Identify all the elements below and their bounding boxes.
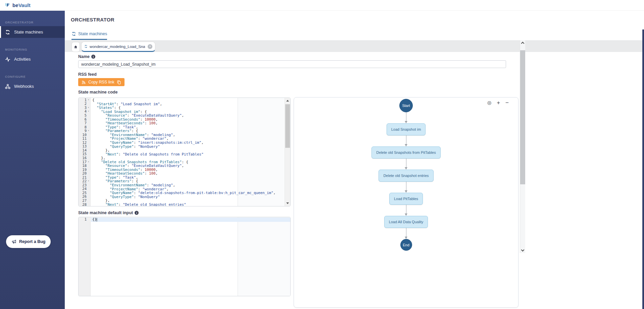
code-line: "QueryType": "NonQuery": [92, 195, 285, 199]
report-a-bug-button[interactable]: Report a Bug: [6, 235, 51, 248]
line-number: 22▾: [79, 179, 90, 183]
code-editor-content: { "StartAt": "Load Snapshot im", "States…: [91, 98, 285, 206]
flow-arrow: [405, 159, 408, 170]
line-number: 7: [79, 121, 90, 125]
logo-text-be: be: [12, 2, 18, 8]
default-input-label-text: State machine default input: [78, 210, 133, 215]
webhook-icon: [5, 84, 10, 89]
scroll-down-icon[interactable]: [286, 202, 289, 204]
sidebar-item-state-machines[interactable]: State machines: [0, 26, 65, 38]
line-number: 5: [79, 113, 90, 117]
line-number: 21: [79, 175, 90, 179]
flow-arrow: [405, 228, 408, 239]
code-editor-scrollbar[interactable]: [285, 98, 290, 206]
rss-feed-label: RSS feed: [78, 72, 97, 77]
line-number: 8: [79, 125, 90, 129]
name-label: Name: [78, 54, 95, 59]
sync-icon: [84, 44, 88, 49]
flow-arrow: [405, 135, 408, 146]
report-a-bug-label: Report a Bug: [19, 239, 45, 244]
scroll-down-icon[interactable]: [521, 248, 525, 252]
line-number: 12: [79, 140, 90, 144]
sync-icon: [71, 32, 76, 36]
page-scrollbar[interactable]: [520, 40, 525, 253]
code-line: "QueryType": "NonQuery": [92, 145, 285, 149]
sidebar: ORCHESTRATORState machinesMONITORINGActi…: [0, 11, 65, 309]
sync-icon: [5, 29, 10, 35]
line-number: 19: [79, 168, 90, 172]
diagram-node-delete-old-snapshot-entries[interactable]: Delete old Snapshot entries: [379, 170, 433, 182]
flow-arrow: [405, 182, 408, 193]
line-number: 18: [79, 164, 90, 168]
sidebar-item-webhooks[interactable]: Webhooks: [0, 80, 65, 92]
sidebar-section-heading: MONITORING: [5, 48, 65, 51]
name-input[interactable]: [78, 60, 506, 68]
line-number: 25: [79, 191, 90, 195]
active-line-highlight: [91, 218, 290, 222]
flow-arrow: [405, 112, 408, 123]
megaphone-icon: [11, 239, 16, 244]
tab-state-machines[interactable]: State machines: [71, 32, 107, 40]
diagram-node-load-pittables[interactable]: Load PitTables: [389, 193, 423, 205]
scroll-up-icon[interactable]: [521, 42, 525, 45]
sidebar-item-label: State machines: [14, 30, 43, 35]
code-line: "StartAt": "Load Snapshot im",: [92, 102, 285, 106]
line-number: 23: [79, 183, 90, 187]
diagram-node-start[interactable]: Start: [399, 99, 413, 112]
code-line: "Next": "Delete old Snapshots from PitTa…: [92, 152, 285, 157]
state-machine-code-label: State machine code: [78, 90, 117, 95]
line-number: 2: [79, 102, 90, 106]
active-tab-title: wondercar_modeling_Load_Snapshot_im: [90, 45, 145, 49]
line-number: 9▾: [79, 129, 90, 133]
state-machine-diagram: ◎ + − StartLoad Snapshot imDelete old Sn…: [294, 97, 518, 308]
default-input-editor[interactable]: 1 {}: [78, 217, 291, 296]
copy-icon: [117, 80, 121, 84]
line-number: 6: [79, 117, 90, 121]
line-number: 16: [79, 156, 90, 160]
app-header: be Vault: [0, 0, 644, 11]
state-machine-code-label-text: State machine code: [78, 90, 117, 95]
line-number: 29: [79, 206, 90, 206]
scrollbar-thumb[interactable]: [520, 50, 525, 184]
scrollbar-thumb[interactable]: [285, 104, 290, 148]
line-number: 10: [79, 133, 90, 137]
copy-rss-link-label: Copy RSS link: [88, 80, 114, 84]
sidebar-item-activities[interactable]: Activities: [0, 53, 65, 65]
line-number: 3▾: [79, 106, 90, 110]
line-number: 13: [79, 144, 90, 148]
right-edge-strip: [642, 29, 644, 309]
line-number: 1: [85, 217, 87, 221]
diagram-node-load-all-data-quality[interactable]: Load All Data Quality: [384, 216, 428, 228]
diagram-flow: StartLoad Snapshot imDelete old Snapshot…: [294, 99, 518, 251]
scroll-up-icon[interactable]: [286, 100, 289, 102]
bevault-logo: be Vault: [4, 2, 31, 9]
sidebar-item-label: Activities: [14, 57, 31, 62]
info-icon[interactable]: [91, 55, 95, 59]
line-number: 4▾: [79, 110, 90, 114]
rss-icon: [82, 80, 86, 84]
tab-wondercar-modeling-load-snapshot-im[interactable]: wondercar_modeling_Load_Snapshot_im: [81, 42, 155, 52]
diagram-node-delete-old-snapshots-from-pittables[interactable]: Delete old Snapshots from PitTables: [371, 146, 440, 159]
close-tab-icon[interactable]: [148, 44, 152, 49]
print-margin-area: [238, 217, 290, 296]
diagram-node-load-snapshot-im[interactable]: Load Snapshot im: [387, 123, 426, 135]
line-number: 1▾: [79, 98, 90, 102]
state-machine-code-editor[interactable]: 1▾23▾4▾56789▾1011121314151617▾1819202122…: [78, 98, 291, 206]
line-number: 27: [79, 198, 90, 202]
diagram-node-end[interactable]: End: [400, 239, 412, 251]
sidebar-section-heading: CONFIGURE: [5, 75, 65, 78]
code-editor-gutter: 1▾23▾4▾56789▾1011121314151617▾1819202122…: [79, 98, 91, 206]
copy-rss-link-button[interactable]: Copy RSS link: [78, 78, 125, 86]
default-input-gutter: 1: [79, 217, 91, 296]
line-number: 17▾: [79, 160, 90, 164]
bevault-logo-icon: [4, 2, 11, 9]
home-tab-button[interactable]: [71, 42, 80, 52]
sidebar-item-label: Webhooks: [14, 84, 34, 89]
tab-state-machines-label: State machines: [78, 32, 107, 36]
line-number: 11: [79, 136, 90, 140]
line-number: 20: [79, 171, 90, 175]
info-icon[interactable]: [135, 211, 139, 215]
page-title: ORCHESTRATOR: [71, 17, 114, 22]
line-number: 26: [79, 195, 90, 199]
document-tabstrip: wondercar_modeling_Load_Snapshot_im: [65, 40, 642, 52]
